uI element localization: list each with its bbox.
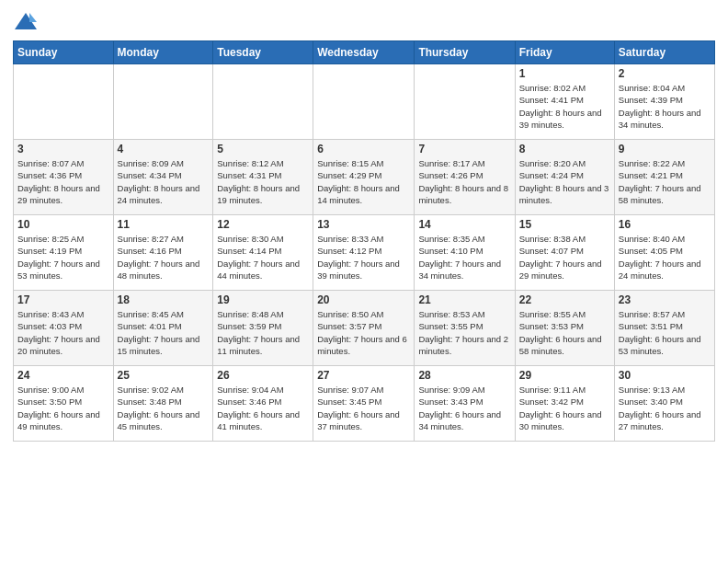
day-number: 12 [217, 218, 309, 231]
calendar-week-row: 17Sunrise: 8:43 AM Sunset: 4:03 PM Dayli… [14, 291, 715, 366]
calendar-week-row: 3Sunrise: 8:07 AM Sunset: 4:36 PM Daylig… [14, 140, 715, 215]
calendar-cell [415, 64, 515, 140]
day-info: Sunrise: 8:15 AM Sunset: 4:29 PM Dayligh… [317, 157, 410, 206]
day-info: Sunrise: 8:02 AM Sunset: 4:41 PM Dayligh… [519, 82, 610, 131]
day-number: 27 [317, 369, 410, 382]
day-info: Sunrise: 8:40 AM Sunset: 4:05 PM Dayligh… [619, 233, 711, 282]
day-number: 30 [619, 369, 711, 382]
day-number: 3 [17, 143, 109, 155]
calendar-cell: 17Sunrise: 8:43 AM Sunset: 4:03 PM Dayli… [14, 291, 114, 366]
weekday-header: Wednesday [313, 41, 415, 64]
day-info: Sunrise: 9:13 AM Sunset: 3:40 PM Dayligh… [619, 384, 711, 432]
day-number: 28 [418, 369, 510, 382]
calendar-cell: 23Sunrise: 8:57 AM Sunset: 3:51 PM Dayli… [614, 291, 714, 366]
day-info: Sunrise: 9:00 AM Sunset: 3:50 PM Dayligh… [17, 384, 109, 432]
calendar-cell: 12Sunrise: 8:30 AM Sunset: 4:14 PM Dayli… [213, 215, 313, 291]
calendar-cell: 10Sunrise: 8:25 AM Sunset: 4:19 PM Dayli… [14, 215, 114, 291]
day-number: 5 [217, 143, 309, 155]
day-number: 4 [118, 143, 210, 155]
calendar-week-row: 10Sunrise: 8:25 AM Sunset: 4:19 PM Dayli… [14, 215, 715, 291]
calendar-table: SundayMondayTuesdayWednesdayThursdayFrid… [13, 40, 715, 442]
calendar-cell: 28Sunrise: 9:09 AM Sunset: 3:43 PM Dayli… [415, 366, 515, 442]
day-number: 26 [217, 369, 309, 382]
day-number: 15 [519, 218, 610, 231]
day-info: Sunrise: 8:33 AM Sunset: 4:12 PM Dayligh… [317, 233, 410, 282]
day-number: 6 [317, 143, 410, 155]
day-info: Sunrise: 8:20 AM Sunset: 4:24 PM Dayligh… [519, 157, 610, 206]
day-number: 23 [619, 293, 711, 306]
day-info: Sunrise: 8:17 AM Sunset: 4:26 PM Dayligh… [418, 157, 510, 206]
weekday-header: Saturday [614, 41, 714, 64]
day-number: 24 [17, 369, 109, 382]
day-number: 9 [619, 143, 711, 155]
day-info: Sunrise: 9:11 AM Sunset: 3:42 PM Dayligh… [519, 384, 610, 432]
calendar-cell [213, 64, 313, 140]
calendar-cell: 19Sunrise: 8:48 AM Sunset: 3:59 PM Dayli… [213, 291, 313, 366]
day-info: Sunrise: 8:09 AM Sunset: 4:34 PM Dayligh… [118, 157, 210, 206]
day-number: 22 [519, 293, 610, 306]
day-info: Sunrise: 8:45 AM Sunset: 4:01 PM Dayligh… [118, 308, 210, 357]
calendar-cell: 2Sunrise: 8:04 AM Sunset: 4:39 PM Daylig… [614, 64, 714, 140]
calendar-cell: 4Sunrise: 8:09 AM Sunset: 4:34 PM Daylig… [113, 140, 213, 215]
calendar-cell: 30Sunrise: 9:13 AM Sunset: 3:40 PM Dayli… [614, 366, 714, 442]
day-number: 18 [118, 293, 210, 306]
day-info: Sunrise: 8:27 AM Sunset: 4:16 PM Dayligh… [118, 233, 210, 282]
header [13, 9, 715, 35]
logo [13, 9, 42, 35]
day-number: 25 [118, 369, 210, 382]
day-info: Sunrise: 8:07 AM Sunset: 4:36 PM Dayligh… [17, 157, 109, 206]
calendar-cell: 16Sunrise: 8:40 AM Sunset: 4:05 PM Dayli… [614, 215, 714, 291]
weekday-header: Sunday [14, 41, 114, 64]
calendar-cell: 24Sunrise: 9:00 AM Sunset: 3:50 PM Dayli… [14, 366, 114, 442]
day-info: Sunrise: 8:30 AM Sunset: 4:14 PM Dayligh… [217, 233, 309, 282]
weekday-header: Tuesday [213, 41, 313, 64]
day-number: 8 [519, 143, 610, 155]
day-info: Sunrise: 9:02 AM Sunset: 3:48 PM Dayligh… [118, 384, 210, 432]
calendar-header-row: SundayMondayTuesdayWednesdayThursdayFrid… [14, 41, 715, 64]
calendar-cell: 15Sunrise: 8:38 AM Sunset: 4:07 PM Dayli… [515, 215, 614, 291]
day-info: Sunrise: 8:57 AM Sunset: 3:51 PM Dayligh… [619, 308, 711, 357]
calendar-cell [313, 64, 415, 140]
day-info: Sunrise: 9:07 AM Sunset: 3:45 PM Dayligh… [317, 384, 410, 432]
day-info: Sunrise: 8:50 AM Sunset: 3:57 PM Dayligh… [317, 308, 410, 357]
calendar-cell: 25Sunrise: 9:02 AM Sunset: 3:48 PM Dayli… [113, 366, 213, 442]
calendar-cell: 27Sunrise: 9:07 AM Sunset: 3:45 PM Dayli… [313, 366, 415, 442]
calendar-cell: 11Sunrise: 8:27 AM Sunset: 4:16 PM Dayli… [113, 215, 213, 291]
calendar-cell: 5Sunrise: 8:12 AM Sunset: 4:31 PM Daylig… [213, 140, 313, 215]
calendar-cell: 8Sunrise: 8:20 AM Sunset: 4:24 PM Daylig… [515, 140, 614, 215]
calendar-week-row: 1Sunrise: 8:02 AM Sunset: 4:41 PM Daylig… [14, 64, 715, 140]
calendar-cell: 7Sunrise: 8:17 AM Sunset: 4:26 PM Daylig… [415, 140, 515, 215]
day-number: 13 [317, 218, 410, 231]
day-info: Sunrise: 8:48 AM Sunset: 3:59 PM Dayligh… [217, 308, 309, 357]
calendar-cell: 22Sunrise: 8:55 AM Sunset: 3:53 PM Dayli… [515, 291, 614, 366]
calendar-cell: 6Sunrise: 8:15 AM Sunset: 4:29 PM Daylig… [313, 140, 415, 215]
calendar-cell: 26Sunrise: 9:04 AM Sunset: 3:46 PM Dayli… [213, 366, 313, 442]
calendar-cell: 9Sunrise: 8:22 AM Sunset: 4:21 PM Daylig… [614, 140, 714, 215]
logo-icon [13, 9, 39, 35]
calendar-cell: 18Sunrise: 8:45 AM Sunset: 4:01 PM Dayli… [113, 291, 213, 366]
calendar-cell: 1Sunrise: 8:02 AM Sunset: 4:41 PM Daylig… [515, 64, 614, 140]
calendar-cell: 13Sunrise: 8:33 AM Sunset: 4:12 PM Dayli… [313, 215, 415, 291]
day-number: 11 [118, 218, 210, 231]
day-info: Sunrise: 8:35 AM Sunset: 4:10 PM Dayligh… [418, 233, 510, 282]
day-number: 20 [317, 293, 410, 306]
day-number: 10 [17, 218, 109, 231]
day-number: 2 [619, 67, 711, 80]
calendar-cell: 29Sunrise: 9:11 AM Sunset: 3:42 PM Dayli… [515, 366, 614, 442]
day-info: Sunrise: 8:25 AM Sunset: 4:19 PM Dayligh… [17, 233, 109, 282]
calendar-cell: 20Sunrise: 8:50 AM Sunset: 3:57 PM Dayli… [313, 291, 415, 366]
day-number: 21 [418, 293, 510, 306]
calendar-cell [14, 64, 114, 140]
day-info: Sunrise: 8:53 AM Sunset: 3:55 PM Dayligh… [418, 308, 510, 357]
day-number: 7 [418, 143, 510, 155]
svg-marker-1 [29, 13, 37, 22]
day-info: Sunrise: 9:09 AM Sunset: 3:43 PM Dayligh… [418, 384, 510, 432]
day-number: 1 [519, 67, 610, 80]
weekday-header: Monday [113, 41, 213, 64]
day-number: 17 [17, 293, 109, 306]
day-info: Sunrise: 9:04 AM Sunset: 3:46 PM Dayligh… [217, 384, 309, 432]
main-container: SundayMondayTuesdayWednesdayThursdayFrid… [0, 0, 728, 563]
day-info: Sunrise: 8:43 AM Sunset: 4:03 PM Dayligh… [17, 308, 109, 357]
day-number: 14 [418, 218, 510, 231]
weekday-header: Friday [515, 41, 614, 64]
